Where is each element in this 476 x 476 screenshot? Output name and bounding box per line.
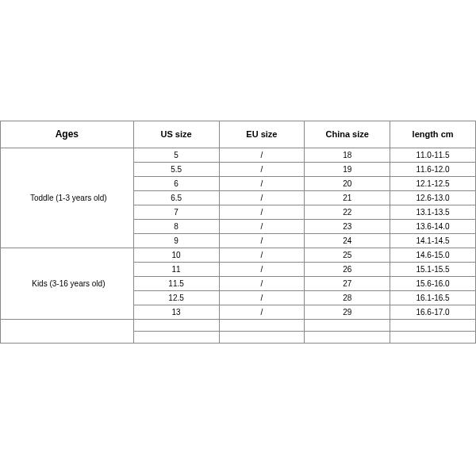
cell-us: 5 (133, 148, 219, 163)
cell-china: 21 (305, 191, 390, 205)
size-table: Ages US size EU size China size length c… (0, 121, 476, 344)
cell-length: 11.0-11.5 (390, 148, 476, 163)
table-row: Toddle (1-3 years old)5/1811.0-11.5 (1, 148, 476, 163)
cell-eu: / (219, 234, 305, 248)
cell-china: 22 (305, 205, 390, 220)
cell-us: 7 (133, 205, 219, 220)
cell-china: 19 (305, 163, 390, 177)
cell-us: 12.5 (133, 291, 219, 305)
cell-eu: / (219, 248, 305, 263)
cell-china: 28 (305, 291, 390, 305)
cell-length (390, 332, 476, 344)
cell-length: 15.6-16.0 (390, 277, 476, 291)
cell-china: 27 (305, 277, 390, 291)
cell-eu: / (219, 277, 305, 291)
cell-length: 12.1-12.5 (390, 177, 476, 191)
cell-eu: / (219, 305, 305, 320)
group-label: Toddle (1-3 years old) (1, 148, 134, 248)
cell-length (390, 320, 476, 332)
cell-eu: / (219, 177, 305, 191)
cell-length: 14.6-15.0 (390, 248, 476, 263)
cell-eu: / (219, 148, 305, 163)
cell-eu: / (219, 220, 305, 234)
header-row: Ages US size EU size China size length c… (1, 121, 476, 148)
cell-us: 11.5 (133, 277, 219, 291)
cell-china: 29 (305, 305, 390, 320)
header-length: length cm (390, 121, 476, 148)
cell-length: 13.6-14.0 (390, 220, 476, 234)
cell-length: 16.6-17.0 (390, 305, 476, 320)
size-chart: Ages US size EU size China size length c… (0, 121, 476, 344)
table-row: Kids (3-16 years old)10/2514.6-15.0 (1, 248, 476, 263)
cell-us (133, 332, 219, 344)
cell-eu: / (219, 263, 305, 277)
cell-china: 25 (305, 248, 390, 263)
cell-us: 10 (133, 248, 219, 263)
cell-china: 24 (305, 234, 390, 248)
header-eu: EU size (219, 121, 305, 148)
header-china: China size (305, 121, 390, 148)
cell-us: 5.5 (133, 163, 219, 177)
cell-us (133, 320, 219, 332)
group-label: Kids (3-16 years old) (1, 248, 134, 320)
cell-us: 9 (133, 234, 219, 248)
cell-eu: / (219, 163, 305, 177)
cell-china (305, 332, 390, 344)
cell-length: 14.1-14.5 (390, 234, 476, 248)
cell-length: 12.6-13.0 (390, 191, 476, 205)
cell-eu: / (219, 191, 305, 205)
cell-china: 18 (305, 148, 390, 163)
cell-us: 11 (133, 263, 219, 277)
cell-us: 8 (133, 220, 219, 234)
cell-length: 15.1-15.5 (390, 263, 476, 277)
cell-us: 6.5 (133, 191, 219, 205)
header-us: US size (133, 121, 219, 148)
cell-china (305, 320, 390, 332)
cell-eu (219, 320, 305, 332)
cell-length: 16.1-16.5 (390, 291, 476, 305)
cell-us: 6 (133, 177, 219, 191)
cell-eu: / (219, 205, 305, 220)
cell-china: 23 (305, 220, 390, 234)
cell-us: 13 (133, 305, 219, 320)
cell-eu (219, 332, 305, 344)
cell-china: 20 (305, 177, 390, 191)
table-row (1, 320, 476, 332)
group-label (1, 320, 134, 344)
cell-eu: / (219, 291, 305, 305)
cell-length: 13.1-13.5 (390, 205, 476, 220)
cell-length: 11.6-12.0 (390, 163, 476, 177)
header-ages: Ages (1, 121, 134, 148)
cell-china: 26 (305, 263, 390, 277)
